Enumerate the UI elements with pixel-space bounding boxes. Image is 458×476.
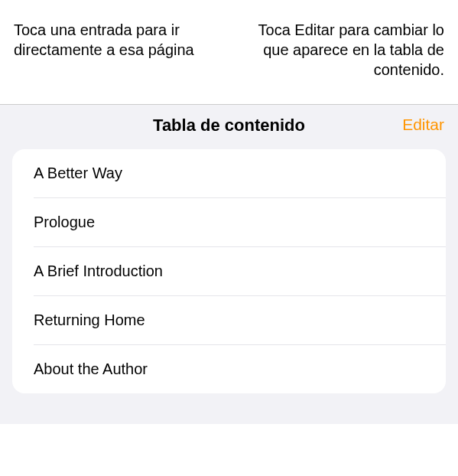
toc-item[interactable]: A Better Way <box>12 149 446 197</box>
toc-item[interactable]: Prologue <box>34 197 446 246</box>
toc-item[interactable]: A Brief Introduction <box>34 246 446 295</box>
edit-button[interactable]: Editar <box>402 116 444 134</box>
toc-item[interactable]: About the Author <box>34 344 446 393</box>
callout-right: Toca Editar para cambiar lo que aparece … <box>235 20 445 80</box>
callouts-container: Toca una entrada para ir directamente a … <box>0 0 458 95</box>
panel-header: Tabla de contenido Editar <box>0 105 458 145</box>
callout-left: Toca una entrada para ir directamente a … <box>14 20 224 80</box>
toc-item[interactable]: Returning Home <box>34 295 446 344</box>
panel-title: Tabla de contenido <box>153 116 305 135</box>
toc-list: A Better Way Prologue A Brief Introducti… <box>12 149 446 393</box>
toc-panel: Tabla de contenido Editar A Better Way P… <box>0 104 458 424</box>
